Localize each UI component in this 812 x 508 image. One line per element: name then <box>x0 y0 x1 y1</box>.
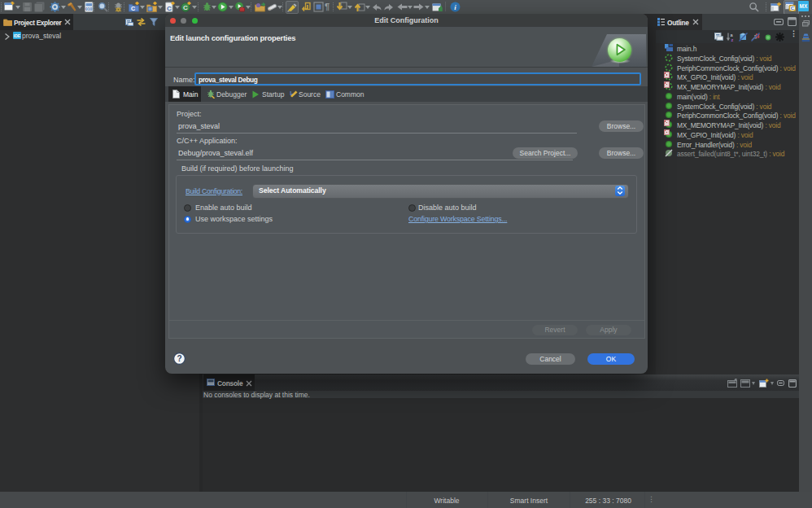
svg-text:?: ? <box>177 354 181 363</box>
svg-text:C: C <box>131 6 135 11</box>
svg-text:C: C <box>167 5 172 12</box>
svg-text:z: z <box>731 37 734 42</box>
svg-text:C: C <box>791 6 795 11</box>
svg-text:010: 010 <box>85 7 93 11</box>
svg-text:C: C <box>183 4 188 11</box>
